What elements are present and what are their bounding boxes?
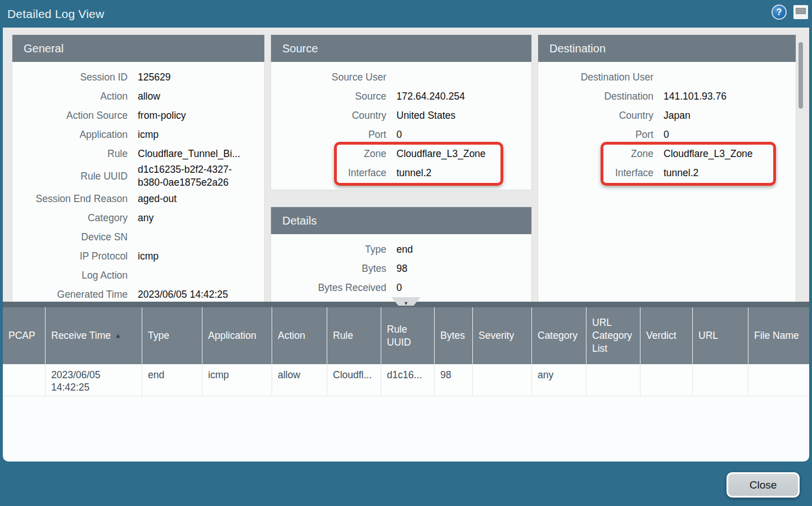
field-row: Source172.64.240.254 — [271, 87, 531, 106]
column-header-receive-time[interactable]: Receive Time▲ — [46, 307, 142, 364]
column-header-application[interactable]: Application — [202, 307, 272, 364]
column-header-category[interactable]: Category — [532, 307, 587, 364]
cell-bytes: 98 — [435, 364, 473, 396]
column-header-bytes[interactable]: Bytes — [435, 307, 473, 364]
window-glyph — [796, 8, 806, 14]
general-panel-body: Session ID125629 Actionallow Action Sour… — [12, 62, 264, 302]
field-row: RuleCloudflare_Tunnel_Bi... — [12, 144, 264, 163]
field-row: Action Sourcefrom-policy — [12, 106, 264, 125]
field-label: Source User — [271, 71, 386, 84]
source-panel: Source Source User Source172.64.240.254 … — [271, 35, 531, 190]
dialog-title: Detailed Log View — [7, 0, 104, 28]
field-label: Application — [12, 128, 128, 141]
field-label: Zone — [271, 147, 386, 160]
field-row: Session End Reasonaged-out — [12, 189, 264, 208]
cell-rule-uuid: d1c16... — [381, 364, 435, 396]
field-value: United States — [396, 109, 512, 122]
field-label: Generated Time — [12, 288, 128, 301]
field-value: 125629 — [138, 71, 253, 84]
field-label: Destination — [538, 90, 653, 103]
field-label: Zone — [538, 147, 653, 160]
field-value: allow — [138, 90, 253, 103]
field-row: Port0 — [271, 125, 531, 144]
column-header-rule[interactable]: Rule — [327, 307, 381, 364]
field-value: aged-out — [138, 192, 253, 205]
field-value: icmp — [138, 128, 253, 141]
details-panel-title: Details — [271, 207, 531, 234]
column-header-rule-uuid[interactable]: Rule UUID — [381, 307, 435, 364]
field-row: CountryJapan — [538, 106, 796, 125]
field-value: end — [396, 243, 512, 256]
column-header-url-category-list[interactable]: URL Category List — [587, 307, 640, 364]
source-panel-body: Source User Source172.64.240.254 Country… — [271, 62, 531, 182]
window-restore-icon[interactable] — [793, 5, 808, 19]
field-value: 98 — [396, 262, 512, 275]
field-label: IP Protocol — [12, 250, 128, 263]
field-row: IP Protocolicmp — [12, 247, 264, 266]
field-label: Port — [271, 128, 386, 141]
field-row: Destination User — [538, 68, 796, 87]
field-value: Cloudflare_L3_Zone — [664, 147, 779, 160]
cell-url-category-list — [587, 364, 640, 396]
column-header-action[interactable]: Action — [272, 307, 327, 364]
table-header-row: PCAP Receive Time▲ Type Application Acti… — [3, 307, 809, 364]
field-value: any — [138, 212, 253, 225]
field-label: Action Source — [12, 109, 128, 122]
field-label: Rule — [12, 147, 128, 160]
field-row: Applicationicmp — [12, 125, 264, 144]
field-value: Cloudflare_Tunnel_Bi... — [138, 147, 253, 160]
field-label: Source — [271, 90, 386, 103]
field-row: Rule UUIDd1c16235-b2f2-4327-b380-0ae1875… — [12, 163, 264, 189]
field-value: tunnel.2 — [396, 167, 512, 180]
source-panel-title: Source — [271, 35, 531, 62]
column-header-file-name[interactable]: File Name — [748, 307, 809, 364]
field-value: d1c16235-b2f2-4327-b380-0ae1875e2a26 — [138, 163, 253, 189]
column-header-type[interactable]: Type — [142, 307, 202, 364]
field-row: Actionallow — [12, 87, 264, 106]
field-label: Bytes — [271, 262, 386, 275]
field-label: Port — [538, 128, 653, 141]
field-row: Source User — [271, 68, 531, 87]
cell-category: any — [532, 364, 587, 396]
field-row: Generated Time2023/06/05 14:42:25 — [12, 285, 264, 302]
column-header-url[interactable]: URL — [693, 307, 748, 364]
vertical-scrollbar-thumb[interactable] — [799, 42, 803, 109]
field-row: Interfacetunnel.2 — [538, 163, 796, 182]
field-label: Rule UUID — [12, 170, 128, 183]
field-label: Session ID — [12, 71, 128, 84]
field-label: Type — [271, 243, 386, 256]
cell-type: end — [142, 364, 202, 396]
details-panel-body: Typeend Bytes98 Bytes Received0 — [271, 234, 531, 297]
close-button[interactable]: Close — [727, 472, 800, 498]
cell-verdict — [640, 364, 693, 396]
field-value: 2023/06/05 14:42:25 — [138, 288, 253, 301]
field-row: Interfacetunnel.2 — [271, 163, 531, 182]
cell-severity — [473, 364, 532, 396]
table-row[interactable]: 2023/06/05 14:42:25 end icmp allow Cloud… — [3, 364, 809, 396]
field-label: Country — [538, 109, 653, 122]
destination-panel-title: Destination — [538, 35, 796, 62]
field-value: 172.64.240.254 — [396, 90, 512, 103]
field-value: tunnel.2 — [664, 167, 779, 180]
field-value: icmp — [138, 250, 253, 263]
field-label: Destination User — [538, 71, 653, 84]
field-label: Country — [271, 109, 386, 122]
cell-receive-time: 2023/06/05 14:42:25 — [46, 364, 142, 396]
cell-url — [693, 364, 748, 396]
field-label: Interface — [271, 167, 386, 180]
log-table: PCAP Receive Time▲ Type Application Acti… — [3, 302, 809, 462]
field-row: Device SN — [12, 227, 264, 247]
field-value: 0 — [396, 128, 512, 141]
column-header-pcap[interactable]: PCAP — [3, 307, 46, 364]
field-row: Session ID125629 — [12, 68, 264, 87]
field-row: Destination141.101.93.76 — [538, 87, 796, 106]
column-header-verdict[interactable]: Verdict — [640, 307, 693, 364]
field-value: Japan — [664, 109, 779, 122]
field-row: Typeend — [271, 240, 531, 259]
column-header-severity[interactable]: Severity — [473, 307, 532, 364]
sort-ascending-icon: ▲ — [115, 329, 121, 342]
field-row: Log Action — [12, 266, 264, 285]
field-row: Port0 — [538, 125, 796, 144]
field-row: ZoneCloudflare_L3_Zone — [538, 144, 796, 163]
help-icon[interactable]: ? — [772, 5, 787, 20]
